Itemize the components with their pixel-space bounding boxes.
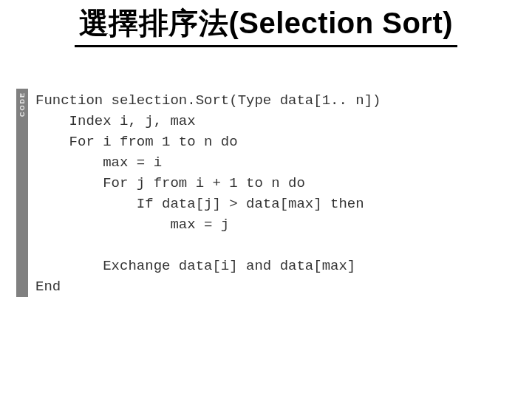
code-block: Function selection.Sort(Type data[1.. n]… — [28, 89, 516, 297]
page-title: 選擇排序法(Selection Sort) — [75, 3, 457, 47]
code-line-2: Index i, j, max — [35, 113, 196, 129]
code-line-10: End — [35, 279, 61, 295]
title-row: 選擇排序法(Selection Sort) — [16, 3, 516, 47]
code-line-9: Exchange data[i] and data[max] — [35, 258, 355, 274]
code-label-bar: CODE — [16, 89, 28, 297]
code-line-3: For i from 1 to n do — [35, 134, 238, 150]
code-line-7: max = j — [35, 216, 229, 233]
code-label: CODE — [18, 92, 26, 117]
code-wrap: CODE Function selection.Sort(Type data[1… — [16, 89, 516, 297]
code-line-4: max = i — [35, 154, 162, 171]
code-line-5: For j from i + 1 to n do — [35, 175, 305, 191]
slide: 選擇排序法(Selection Sort) CODE Function sele… — [0, 0, 532, 399]
code-line-6: If data[j] > data[max] then — [35, 196, 364, 212]
code-line-1: Function selection.Sort(Type data[1.. n]… — [35, 92, 381, 109]
